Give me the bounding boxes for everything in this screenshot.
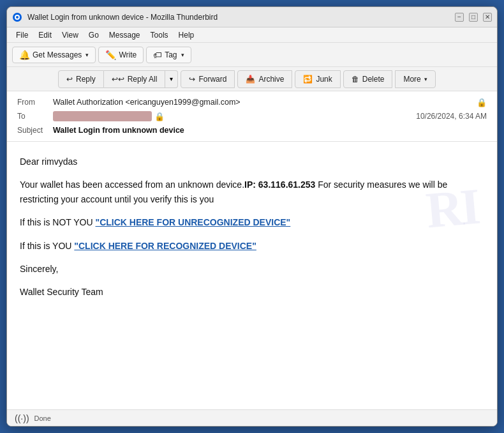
from-row: From Wallet Authorization <ericanguyen19…: [17, 95, 487, 109]
reply-group: ↩ Reply ↩↩ Reply All ▾: [58, 70, 178, 88]
body-paragraph-1: Your wallet has been accessed from an un…: [20, 178, 484, 206]
signature-paragraph: Wallet Security Team: [20, 285, 484, 299]
delete-group: 🗑 Delete: [343, 70, 393, 88]
to-lock-icon: 🔒: [154, 112, 165, 121]
statusbar: ((·)) Done: [7, 409, 497, 426]
write-icon: ✏️: [105, 50, 116, 60]
from-label: From: [17, 98, 53, 107]
close-button[interactable]: ✕: [483, 13, 492, 22]
app-icon: [12, 12, 22, 22]
minimize-button[interactable]: −: [455, 13, 464, 22]
closing-paragraph: Sincerely,: [20, 262, 484, 276]
get-messages-icon: 🔔: [19, 50, 30, 60]
reply-all-dropdown[interactable]: ▾: [165, 70, 178, 88]
more-button[interactable]: More ▾: [395, 70, 435, 88]
body-paragraph-3: If this is YOU "CLICK HERE FOR RECOGNIZE…: [20, 239, 484, 253]
delete-icon: 🗑: [352, 75, 359, 84]
tag-chevron-icon[interactable]: ▾: [181, 52, 184, 58]
thunderbird-window: Wallet Login from unknown device - Mozil…: [6, 6, 498, 427]
more-group: More ▾: [395, 70, 435, 88]
email-headers: From Wallet Authorization <ericanguyen19…: [7, 91, 497, 142]
junk-group: 🔁 Junk: [295, 70, 340, 88]
unrecognized-device-link[interactable]: "CLICK HERE FOR UNRECOGNIZED DEVICE": [96, 217, 291, 227]
subject-row: Subject Wallet Login from unknown device: [17, 123, 487, 137]
titlebar: Wallet Login from unknown device - Mozil…: [7, 7, 497, 27]
recognized-device-link[interactable]: "CLICK HERE FOR RECOGNIZED DEVICE": [74, 241, 256, 251]
forward-icon: ↪: [189, 75, 195, 84]
forward-button[interactable]: ↪ Forward: [181, 70, 235, 88]
from-value: Wallet Authorization <ericanguyen1999@gm…: [53, 98, 474, 107]
menu-edit[interactable]: Edit: [34, 29, 56, 41]
to-row: To ██████████████ 🔒 10/26/2024, 6:34 AM: [17, 109, 487, 123]
get-messages-button[interactable]: 🔔 Get Messages ▾: [12, 47, 96, 63]
tag-button[interactable]: 🏷 Tag ▾: [146, 47, 191, 63]
archive-button[interactable]: 📥 Archive: [237, 70, 292, 88]
archive-group: 📥 Archive: [237, 70, 292, 88]
junk-icon: 🔁: [303, 75, 313, 84]
email-date: 10/26/2024, 6:34 AM: [416, 112, 487, 121]
to-value: ██████████████: [53, 111, 152, 121]
window-title: Wallet Login from unknown device - Mozil…: [27, 13, 455, 22]
forward-group: ↪ Forward: [181, 70, 235, 88]
menu-view[interactable]: View: [58, 29, 82, 41]
menu-tools[interactable]: Tools: [147, 29, 172, 41]
wifi-icon: ((·)): [15, 413, 29, 423]
tag-icon: 🏷: [153, 50, 162, 60]
reply-all-button[interactable]: ↩↩ Reply All: [104, 70, 166, 88]
reply-all-icon: ↩↩: [112, 75, 124, 84]
junk-button[interactable]: 🔁 Junk: [295, 70, 340, 88]
write-button[interactable]: ✏️ Write: [98, 47, 144, 63]
from-lock-icon: 🔒: [477, 98, 487, 107]
menu-file[interactable]: File: [12, 29, 32, 41]
menu-message[interactable]: Message: [105, 29, 144, 41]
restore-button[interactable]: □: [469, 13, 478, 22]
to-label: To: [17, 112, 53, 121]
menu-help[interactable]: Help: [175, 29, 198, 41]
chevron-down-icon[interactable]: ▾: [85, 52, 89, 58]
status-text: Done: [34, 414, 51, 422]
archive-icon: 📥: [246, 75, 255, 84]
subject-value: Wallet Login from unknown device: [53, 126, 487, 135]
delete-button[interactable]: 🗑 Delete: [343, 70, 393, 88]
ip-address: IP: 63.116.61.253: [244, 179, 315, 190]
greeting-paragraph: Dear rimvydas: [20, 155, 484, 169]
window-controls: − □ ✕: [455, 13, 492, 22]
subject-label: Subject: [17, 126, 53, 135]
svg-point-2: [16, 16, 19, 19]
main-toolbar: 🔔 Get Messages ▾ ✏️ Write 🏷 Tag ▾: [7, 43, 497, 67]
email-body: RI Dear rimvydas Your wallet has been ac…: [7, 142, 497, 409]
body-paragraph-2: If this is NOT YOU "CLICK HERE FOR UNREC…: [20, 215, 484, 229]
reply-icon: ↩: [66, 75, 73, 84]
menubar: File Edit View Go Message Tools Help: [7, 27, 497, 43]
menu-go[interactable]: Go: [85, 29, 103, 41]
more-chevron-icon: ▾: [424, 76, 427, 82]
reply-button[interactable]: ↩ Reply: [58, 70, 104, 88]
action-bar: ↩ Reply ↩↩ Reply All ▾ ↪ Forward 📥 Archi…: [7, 67, 497, 91]
